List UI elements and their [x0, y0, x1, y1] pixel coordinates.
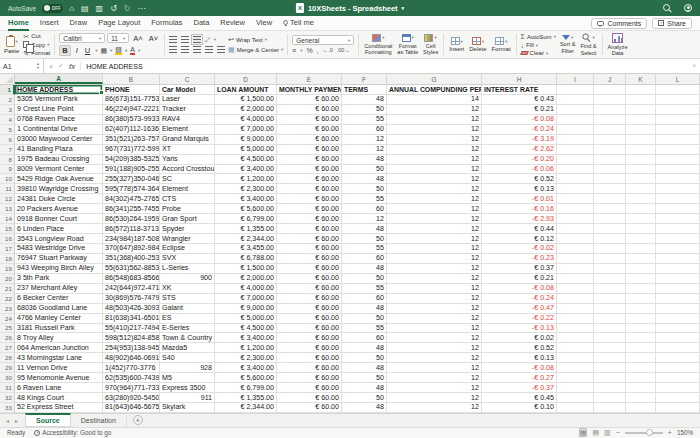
- row-header-6[interactable]: 6: [0, 135, 15, 145]
- cell-G24[interactable]: 12: [387, 314, 482, 324]
- cell-A8[interactable]: 1975 Badeau Crossing: [15, 155, 103, 165]
- cell-E32[interactable]: € 60.00: [277, 393, 342, 403]
- cell-A15[interactable]: 6 Linden Place: [15, 224, 103, 234]
- cell-G21[interactable]: 12: [387, 284, 482, 294]
- cell-K22[interactable]: [626, 294, 656, 304]
- cell-I10[interactable]: [557, 174, 594, 184]
- cell-G15[interactable]: 12: [387, 224, 482, 234]
- cell-L19[interactable]: [656, 264, 700, 274]
- cell-A9[interactable]: 8009 Vermont Center: [15, 165, 103, 175]
- cell-C19[interactable]: L-Series: [160, 264, 215, 274]
- cell-D23[interactable]: € 9,000.00: [215, 304, 277, 314]
- cell-F30[interactable]: 50: [342, 373, 387, 383]
- autosum-button[interactable]: ΣAutoSum▾: [521, 33, 556, 40]
- cell-B1[interactable]: PHONE: [103, 85, 160, 95]
- cell-J20[interactable]: [594, 274, 626, 284]
- cell-I14[interactable]: [557, 214, 594, 224]
- cell-D27[interactable]: € 1,200.00: [215, 343, 277, 353]
- cell-G4[interactable]: 12: [387, 115, 482, 125]
- row-header-4[interactable]: 4: [0, 115, 15, 125]
- cell-I11[interactable]: [557, 184, 594, 194]
- align-right-icon[interactable]: [193, 46, 201, 53]
- cell-A6[interactable]: 03000 Maywood Center: [15, 135, 103, 145]
- cell-J14[interactable]: [594, 214, 626, 224]
- cell-D16[interactable]: € 2,344.00: [215, 234, 277, 244]
- name-box-stepper-icon[interactable]: ▲▼: [36, 62, 40, 69]
- row-header-11[interactable]: 11: [0, 184, 15, 194]
- cell-A11[interactable]: 39810 Wayridge Crossing: [15, 184, 103, 194]
- cell-B10[interactable]: 255(327)350-0465: [103, 174, 160, 184]
- cell-A1[interactable]: HOME ADDRESS: [15, 85, 103, 95]
- cell-F29[interactable]: 48: [342, 363, 387, 373]
- cell-J24[interactable]: [594, 314, 626, 324]
- confirm-entry-icon[interactable]: ✓: [58, 62, 64, 70]
- cell-G28[interactable]: 12: [387, 353, 482, 363]
- add-sheet-button[interactable]: +: [133, 415, 143, 425]
- row-header-32[interactable]: 32: [0, 393, 15, 403]
- cell-K24[interactable]: [626, 314, 656, 324]
- row-header-24[interactable]: 24: [0, 314, 15, 324]
- cell-K3[interactable]: [626, 105, 656, 115]
- cell-G33[interactable]: 12: [387, 403, 482, 413]
- cell-J6[interactable]: [594, 135, 626, 145]
- cell-F19[interactable]: 48: [342, 264, 387, 274]
- tab-tell-me[interactable]: Tell me: [283, 16, 314, 31]
- cell-H24[interactable]: -€ 0.22: [482, 314, 557, 324]
- cell-I6[interactable]: [557, 135, 594, 145]
- orientation-icon[interactable]: ⤢: [205, 37, 210, 43]
- column-header-I[interactable]: I: [557, 74, 594, 84]
- more-commands-icon[interactable]: ⋯: [138, 4, 146, 13]
- next-sheet-icon[interactable]: ▸: [13, 417, 20, 424]
- align-middle-icon[interactable]: [181, 36, 189, 43]
- cell-C33[interactable]: Skylark: [160, 403, 215, 413]
- cell-L25[interactable]: [656, 324, 700, 334]
- cell-H10[interactable]: € 0.52: [482, 174, 557, 184]
- tab-draw[interactable]: Draw: [70, 16, 88, 31]
- cell-H11[interactable]: € 0.13: [482, 184, 557, 194]
- increase-decimal-icon[interactable]: ←.0: [323, 48, 333, 54]
- cell-A26[interactable]: 8 Troy Alley: [15, 333, 103, 343]
- cell-K21[interactable]: [626, 284, 656, 294]
- cell-F23[interactable]: 48: [342, 304, 387, 314]
- cell-G20[interactable]: 12: [387, 274, 482, 284]
- cell-I31[interactable]: [557, 383, 594, 393]
- cell-K20[interactable]: [626, 274, 656, 284]
- redo-icon[interactable]: ↻: [124, 4, 131, 13]
- cell-B30[interactable]: 62(535)600-7439: [103, 373, 160, 383]
- cell-J28[interactable]: [594, 353, 626, 363]
- cell-C15[interactable]: Spyder: [160, 224, 215, 234]
- insert-function-icon[interactable]: fx: [69, 63, 75, 70]
- row-header-16[interactable]: 16: [0, 234, 15, 244]
- cell-F7[interactable]: 12: [342, 145, 387, 155]
- cell-E17[interactable]: € 60.00: [277, 244, 342, 254]
- cell-K5[interactable]: [626, 125, 656, 135]
- cell-L23[interactable]: [656, 304, 700, 314]
- increase-indent-icon[interactable]: [217, 46, 225, 53]
- cell-D26[interactable]: € 3,400.00: [215, 333, 277, 343]
- cell-styles-button[interactable]: ▾ Cell Styles: [422, 34, 439, 55]
- cell-K27[interactable]: [626, 343, 656, 353]
- cell-C20[interactable]: 900: [160, 274, 215, 284]
- cell-D15[interactable]: € 1,355.00: [215, 224, 277, 234]
- cell-K15[interactable]: [626, 224, 656, 234]
- cell-L27[interactable]: [656, 343, 700, 353]
- underline-button[interactable]: U: [83, 46, 92, 55]
- cell-C28[interactable]: S40: [160, 353, 215, 363]
- cell-E3[interactable]: € 60.00: [277, 105, 342, 115]
- cell-H27[interactable]: € 0.52: [482, 343, 557, 353]
- cell-L28[interactable]: [656, 353, 700, 363]
- row-header-29[interactable]: 29: [0, 363, 15, 373]
- cell-G8[interactable]: 12: [387, 155, 482, 165]
- row-header-12[interactable]: 12: [0, 194, 15, 204]
- cell-G6[interactable]: 12: [387, 135, 482, 145]
- cell-D18[interactable]: € 6,788.00: [215, 254, 277, 264]
- cell-I22[interactable]: [557, 294, 594, 304]
- cell-A33[interactable]: 52 Express Street: [15, 403, 103, 413]
- cut-button[interactable]: ✂Cut: [23, 33, 50, 40]
- cell-J22[interactable]: [594, 294, 626, 304]
- cell-K10[interactable]: [626, 174, 656, 184]
- cell-L31[interactable]: [656, 383, 700, 393]
- cell-A16[interactable]: 3543 Longview Road: [15, 234, 103, 244]
- cell-B2[interactable]: 86(673)151-7753: [103, 95, 160, 105]
- cell-H19[interactable]: € 0.37: [482, 264, 557, 274]
